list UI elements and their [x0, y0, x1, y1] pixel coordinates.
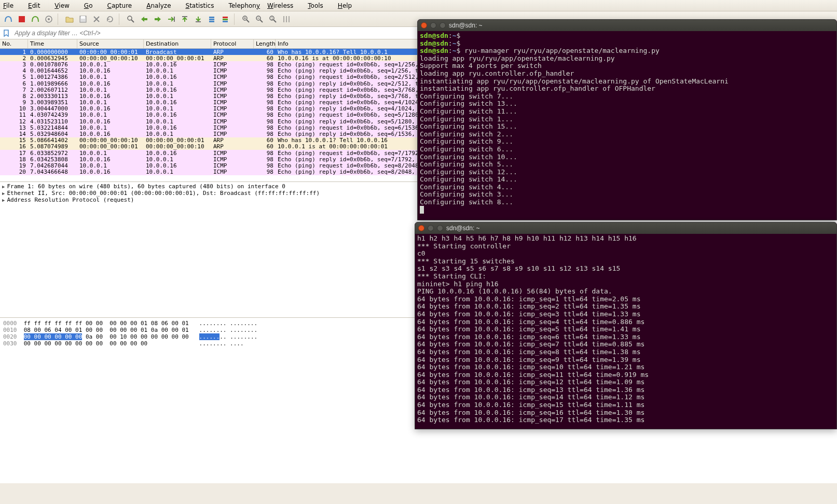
zoom-reset-icon[interactable]: 1 — [267, 13, 279, 25]
column-no[interactable]: No. — [0, 39, 28, 48]
svg-rect-11 — [209, 19, 214, 20]
svg-rect-13 — [223, 17, 228, 18]
window-minimize-icon[interactable] — [430, 22, 436, 29]
menu-go[interactable]: Go — [84, 2, 100, 9]
expand-icon[interactable]: ▶ — [2, 198, 5, 203]
restart-capture-icon[interactable] — [29, 13, 42, 25]
detail-arp[interactable]: Address Resolution Protocol (request) — [7, 197, 134, 203]
find-packet-icon[interactable] — [125, 13, 137, 25]
terminal-titlebar[interactable]: sdn@sdn: ~ — [418, 20, 836, 31]
terminal-body[interactable]: h1 h2 h3 h4 h5 h6 h7 h8 h9 h10 h11 h12 h… — [415, 234, 836, 425]
zoom-out-icon[interactable] — [253, 13, 266, 25]
window-minimize-icon[interactable] — [428, 225, 434, 231]
window-maximize-icon[interactable] — [440, 22, 446, 29]
expand-icon[interactable]: ▶ — [2, 184, 5, 189]
menu-telephony[interactable]: Telephony — [228, 2, 260, 9]
menu-analyze[interactable]: Analyze — [146, 2, 178, 9]
go-back-icon[interactable] — [138, 13, 150, 25]
column-source[interactable]: Source — [77, 39, 144, 48]
menu-statistics[interactable]: Statistics — [186, 2, 222, 9]
column-length[interactable]: Length — [254, 39, 276, 48]
svg-text:1: 1 — [271, 17, 273, 21]
menu-help[interactable]: Help — [338, 2, 359, 9]
svg-rect-12 — [209, 21, 214, 22]
save-file-icon[interactable] — [77, 13, 89, 25]
goto-last-icon[interactable] — [192, 13, 204, 25]
svg-rect-14 — [223, 19, 228, 20]
svg-line-21 — [260, 20, 263, 22]
goto-first-icon[interactable] — [179, 13, 191, 25]
bookmark-filter-icon[interactable] — [2, 29, 11, 38]
open-file-icon[interactable] — [63, 13, 76, 25]
column-time[interactable]: Time — [28, 39, 77, 48]
svg-rect-0 — [19, 16, 25, 22]
window-maximize-icon[interactable] — [437, 225, 443, 231]
svg-point-5 — [128, 16, 132, 20]
window-close-icon[interactable] — [421, 22, 427, 29]
menu-tools[interactable]: Tools — [308, 2, 331, 9]
terminal-window-mininet[interactable]: sdn@sdn: ~ h1 h2 h3 h4 h5 h6 h7 h8 h9 h1… — [415, 222, 837, 429]
resize-columns-icon[interactable] — [280, 13, 293, 25]
svg-rect-4 — [81, 16, 85, 19]
capture-options-icon[interactable] — [43, 13, 55, 25]
goto-packet-icon[interactable] — [165, 13, 177, 25]
start-capture-icon[interactable] — [2, 13, 15, 25]
auto-scroll-icon[interactable] — [205, 13, 218, 25]
close-file-icon[interactable] — [90, 13, 103, 25]
terminal-body[interactable]: sdn@sdn:~$ sdn@sdn:~$ sdn@sdn:~$ ryu-man… — [418, 31, 836, 215]
menu-file[interactable]: File — [3, 2, 21, 9]
window-close-icon[interactable] — [418, 225, 424, 231]
column-destination[interactable]: Destination — [144, 39, 211, 48]
column-protocol[interactable]: Protocol — [211, 39, 254, 48]
svg-line-24 — [273, 20, 276, 22]
terminal-title: sdn@sdn: ~ — [449, 22, 483, 30]
svg-rect-15 — [223, 21, 228, 22]
svg-rect-10 — [209, 17, 214, 18]
terminal-titlebar[interactable]: sdn@sdn: ~ — [415, 222, 836, 234]
detail-ethernet[interactable]: Ethernet II, Src: 00:00:00_00:00:01 (00:… — [7, 190, 320, 197]
menu-capture[interactable]: Capture — [107, 2, 139, 9]
reload-icon[interactable] — [104, 13, 116, 25]
menu-view[interactable]: View — [54, 2, 76, 9]
detail-frame[interactable]: Frame 1: 60 bytes on wire (480 bits), 60… — [7, 183, 285, 190]
menu-edit[interactable]: Edit — [28, 2, 47, 9]
menu-wireless[interactable]: Wireless — [267, 2, 300, 9]
terminal-window-ryu[interactable]: sdn@sdn: ~ sdn@sdn:~$ sdn@sdn:~$ sdn@sdn… — [417, 19, 837, 220]
menubar: File Edit View Go Capture Analyze Statis… — [0, 0, 837, 11]
stop-capture-icon[interactable] — [16, 13, 28, 25]
svg-point-2 — [48, 18, 50, 20]
svg-line-6 — [131, 20, 134, 22]
go-forward-icon[interactable] — [152, 13, 164, 25]
expand-icon[interactable]: ▶ — [2, 191, 5, 196]
svg-line-17 — [246, 20, 249, 22]
terminal-title: sdn@sdn: ~ — [446, 225, 480, 232]
zoom-in-icon[interactable] — [240, 13, 252, 25]
colorize-icon[interactable] — [219, 13, 231, 25]
